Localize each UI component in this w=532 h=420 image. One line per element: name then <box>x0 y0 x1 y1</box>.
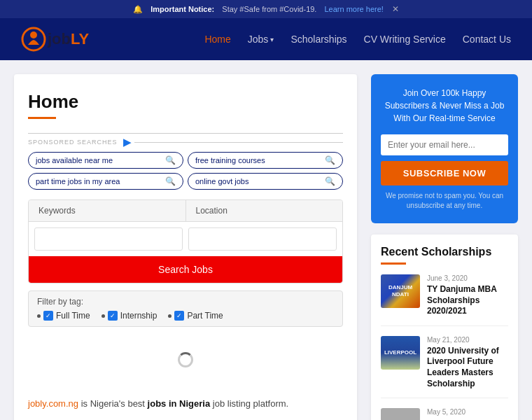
nav-scholarships[interactable]: Scholarships <box>290 34 346 45</box>
scholarship-name-1: TY Danjuma MBA Scholarships 2020/2021 <box>427 284 508 317</box>
content-wrapper: Home SPONSORED SEARCHES ▶ jobs available… <box>0 60 532 420</box>
filter-section: Filter by tag: Full Time Internship Part… <box>28 290 343 327</box>
filter-label: Filter by tag: <box>37 297 334 307</box>
header: jobLY Home Jobs ▾ Scholarships CV Writin… <box>0 18 532 60</box>
sponsored-label: SPONSORED SEARCHES ▶ <box>28 133 343 148</box>
filter-part-time-label: Part Time <box>187 311 223 321</box>
scholarship-date-3: May 5, 2020 <box>427 408 508 416</box>
scholarship-item-3[interactable]: May 5, 2020 <box>381 408 508 420</box>
search-icon: 🔍 <box>165 176 176 186</box>
filter-internship[interactable]: Internship <box>102 311 158 321</box>
scholarship-info-3: May 5, 2020 <box>427 408 508 420</box>
sponsored-item-1[interactable]: jobs available near me 🔍 <box>28 152 183 169</box>
scholarship-name-2: 2020 University of Liverpool Future Lead… <box>427 346 508 389</box>
keywords-label: Keywords <box>29 200 186 221</box>
nav-home[interactable]: Home <box>204 34 230 45</box>
subscribe-title: Join Over 100k Happy Subscribers & Never… <box>381 87 508 125</box>
location-input[interactable] <box>188 227 337 251</box>
subscribe-box: Join Over 100k Happy Subscribers & Never… <box>371 74 518 223</box>
page-title: Home <box>28 91 343 113</box>
search-icon: 🔍 <box>165 155 176 165</box>
sponsored-item-2[interactable]: free training courses 🔍 <box>188 152 343 169</box>
body-text-1: jobly.com.ng is Nigeria's best jobs in N… <box>28 396 343 412</box>
spam-note: We promise not to spam you. You can unsu… <box>381 191 508 211</box>
scholarships-underline <box>381 262 406 265</box>
scholarship-date-1: June 3, 2020 <box>427 274 508 282</box>
filter-full-time-label: Full Time <box>56 311 90 321</box>
logo-text: jobLY <box>48 30 89 48</box>
nav: Home Jobs ▾ Scholarships CV Writing Serv… <box>204 34 511 45</box>
bullet-dot <box>37 314 41 318</box>
scholarship-item-1[interactable]: DANJUM NDATI June 3, 2020 TY Danjuma MBA… <box>381 274 508 326</box>
nav-cv-writing[interactable]: CV Writing Service <box>364 34 446 45</box>
main-column: Home SPONSORED SEARCHES ▶ jobs available… <box>14 74 357 420</box>
spinner-icon <box>178 352 193 368</box>
filter-part-time[interactable]: Part Time <box>168 311 223 321</box>
scholarship-thumb-2: LIVERPOOL <box>381 336 420 370</box>
site-link-1[interactable]: jobly.com.ng <box>28 398 78 409</box>
sponsored-item-4[interactable]: online govt jobs 🔍 <box>188 173 343 190</box>
search-icon: 🔍 <box>325 155 335 165</box>
notice-message: Stay #Safe from #Covid-19. <box>222 5 316 13</box>
search-icon: 🔍 <box>325 176 335 186</box>
notice-bar: 🔔 Important Notice: Stay #Safe from #Cov… <box>0 0 532 18</box>
thumb-text-2: LIVERPOOL <box>384 349 416 356</box>
scholarships-title: Recent Scholarships <box>381 246 508 258</box>
ad-icon: ▶ <box>123 136 132 148</box>
notice-link[interactable]: Learn more here! <box>324 5 383 13</box>
svg-point-0 <box>22 28 45 50</box>
nav-jobs[interactable]: Jobs ▾ <box>248 34 274 45</box>
thumb-text-1: DANJUM NDATI <box>381 284 420 298</box>
checkbox-part-time[interactable] <box>174 311 184 321</box>
filter-internship-label: Internship <box>120 311 158 321</box>
search-jobs-button[interactable]: Search Jobs <box>29 256 342 283</box>
scholarship-thumb-3 <box>381 408 420 420</box>
notice-strong: Important Notice: <box>150 5 214 13</box>
title-underline <box>28 117 56 119</box>
scholarship-info-2: May 21, 2020 2020 University of Liverpoo… <box>427 336 508 389</box>
bullet-dot <box>168 314 172 318</box>
checkbox-full-time[interactable] <box>43 311 53 321</box>
chevron-down-icon: ▾ <box>270 36 274 43</box>
bullet-dot <box>102 314 105 318</box>
checkbox-internship[interactable] <box>108 311 118 321</box>
filter-full-time[interactable]: Full Time <box>37 311 90 321</box>
keywords-input[interactable] <box>34 227 183 251</box>
nav-contact[interactable]: Contact Us <box>463 34 511 45</box>
notice-close[interactable]: ✕ <box>392 4 399 14</box>
scholarship-item-2[interactable]: LIVERPOOL May 21, 2020 2020 University o… <box>381 336 508 398</box>
logo-icon <box>21 27 46 52</box>
search-headers: Keywords Location <box>29 200 342 222</box>
bell-icon: 🔔 <box>133 5 143 14</box>
location-label: Location <box>186 200 343 221</box>
loading-spinner <box>28 338 343 385</box>
scholarship-date-2: May 21, 2020 <box>427 336 508 344</box>
search-inputs <box>29 222 342 256</box>
search-section: Keywords Location Search Jobs <box>28 200 343 284</box>
scholarships-box: Recent Scholarships DANJUM NDATI June 3,… <box>371 234 518 420</box>
scholarship-info-1: June 3, 2020 TY Danjuma MBA Scholarships… <box>427 274 508 317</box>
logo[interactable]: jobLY <box>21 27 89 52</box>
svg-point-1 <box>30 31 37 38</box>
scholarship-thumb-1: DANJUM NDATI <box>381 274 420 308</box>
sidebar: Join Over 100k Happy Subscribers & Never… <box>371 74 518 420</box>
email-input[interactable] <box>381 134 508 155</box>
sponsored-grid: jobs available near me 🔍 free training c… <box>28 152 343 190</box>
sponsored-item-3[interactable]: part time jobs in my area 🔍 <box>28 173 183 190</box>
subscribe-button[interactable]: SUBSCRIBE NOW <box>381 161 508 186</box>
filter-tags: Full Time Internship Part Time <box>37 311 334 321</box>
